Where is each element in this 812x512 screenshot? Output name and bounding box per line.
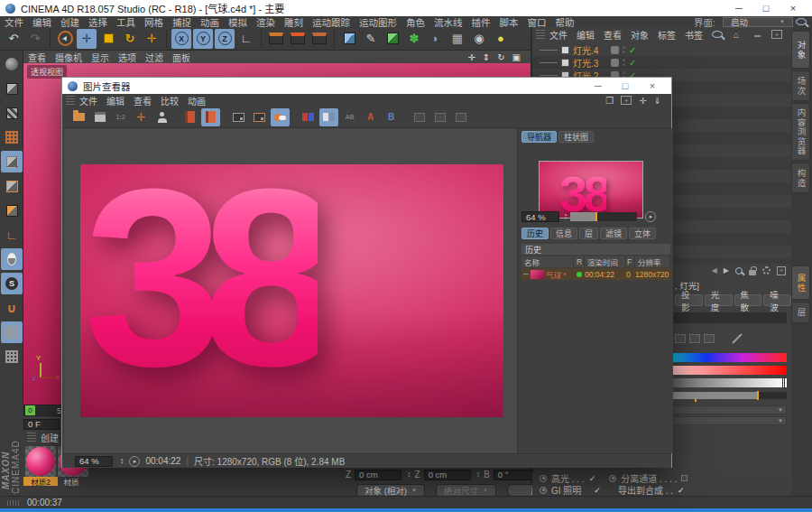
add-layer-icon[interactable]: +	[771, 30, 782, 39]
tab-layer[interactable]: 层	[579, 228, 598, 239]
add-primitive-button[interactable]	[339, 29, 359, 49]
set-image-a-button[interactable]: A	[361, 108, 380, 126]
model-mode-button[interactable]	[1, 78, 23, 99]
generators-button[interactable]	[383, 29, 402, 49]
visibility-dots-icon[interactable]	[623, 46, 625, 53]
layer-icon[interactable]	[611, 46, 619, 54]
coordinate-system-button[interactable]: ∟	[236, 29, 256, 49]
pv-menu-item[interactable]: 动画	[183, 94, 210, 107]
unchecked-box-icon[interactable]	[681, 475, 687, 481]
radio-icon[interactable]	[540, 487, 547, 494]
pv-menu-item[interactable]: 编辑	[102, 94, 129, 107]
history-back-icon[interactable]: ◀	[712, 266, 717, 275]
viewport-solo-button[interactable]	[1, 248, 23, 270]
select-tool-button[interactable]: ➤	[55, 29, 75, 49]
tab-filter[interactable]: 滤镜	[600, 228, 627, 239]
open-file-button[interactable]	[69, 108, 88, 126]
tab-layers[interactable]: 层	[791, 302, 810, 323]
viewport-menu-item[interactable]: 选项	[114, 51, 141, 64]
material-menu-item[interactable]: 创建	[36, 431, 63, 444]
radio-icon[interactable]	[609, 475, 616, 482]
pv-zoom-field[interactable]: 64 %	[75, 456, 113, 467]
color-sliders-icon[interactable]	[704, 334, 715, 343]
spline-pen-button[interactable]: ✎	[361, 29, 381, 49]
tab-history[interactable]: 历史	[521, 228, 549, 239]
render-picture-viewer-button[interactable]	[288, 29, 308, 49]
coord-stepper[interactable]: ▲▼	[476, 471, 480, 479]
texture-mode-button[interactable]	[1, 102, 23, 124]
camera-button[interactable]: ◉	[469, 29, 489, 49]
play-button[interactable]: ▸	[129, 456, 140, 467]
polygons-mode-button[interactable]	[1, 200, 23, 221]
rotate-tool-button[interactable]: ↻	[120, 29, 140, 49]
compare-overlay-button[interactable]	[271, 108, 290, 126]
rotate-view-icon[interactable]: ↻	[494, 52, 508, 62]
radio-icon[interactable]	[540, 475, 547, 482]
object-name[interactable]: 灯光.3	[573, 56, 607, 70]
object-row[interactable]: 灯光.3 ✓	[532, 56, 791, 69]
workplane-lock-button[interactable]	[1, 321, 23, 343]
enabled-check-icon[interactable]: ✓	[629, 45, 636, 55]
object-row[interactable]: 灯光.4 ✓	[532, 43, 791, 56]
tab-photometric[interactable]: 光度	[705, 294, 733, 306]
pv-minimize-button[interactable]: ─	[585, 80, 612, 91]
lock-z-axis-button[interactable]: Z	[215, 29, 235, 49]
render-settings-button[interactable]	[309, 29, 329, 49]
col-resolution[interactable]: 分辨率	[635, 256, 670, 267]
magnet-button[interactable]: ∪	[1, 297, 23, 319]
tab-stereo[interactable]: 立体	[629, 228, 656, 239]
single-image-button[interactable]	[180, 108, 199, 126]
panel-grip[interactable]	[66, 96, 75, 106]
original-ratio-button[interactable]: 1:2	[111, 108, 130, 126]
viewport-menu-item[interactable]: 过滤	[141, 51, 168, 64]
check-icon[interactable]: ✓	[589, 474, 596, 483]
zoom-slider-handle[interactable]	[595, 212, 597, 221]
scale-tool-button[interactable]	[98, 29, 118, 49]
tab-objects[interactable]: 对象	[791, 31, 810, 69]
coord-stepper[interactable]: ▲▼	[407, 471, 411, 479]
tab-structure[interactable]: 构造	[791, 163, 810, 193]
size-mode-dropdown[interactable]: 绝对尺寸 ▼	[436, 484, 496, 497]
tab-attributes[interactable]: 属性	[791, 265, 810, 300]
panel-grip[interactable]	[536, 30, 545, 40]
new-panel-icon[interactable]: +	[777, 266, 786, 275]
multi-image-button[interactable]	[201, 108, 220, 126]
frame-field[interactable]: 0 F	[23, 419, 60, 430]
close-button[interactable]: ×	[780, 3, 807, 14]
compare-off-button[interactable]	[229, 108, 248, 126]
lock-x-axis-button[interactable]: X	[171, 29, 191, 49]
brightness-handle[interactable]	[757, 391, 759, 400]
viewport-menu-item[interactable]: 面板	[168, 51, 195, 64]
pan-view-icon[interactable]: ✛	[464, 52, 478, 62]
sculpt-mode-button[interactable]	[1, 53, 23, 75]
move-tool-button[interactable]: ✛	[77, 29, 97, 49]
points-mode-button[interactable]	[1, 151, 23, 172]
lock-icon[interactable]	[749, 270, 756, 275]
om-menu-item[interactable]: 编辑	[572, 28, 599, 42]
material-thumbnail[interactable]	[25, 446, 56, 477]
tab-caustics[interactable]: 焦散	[734, 294, 762, 306]
home-icon[interactable]: ⌂	[729, 30, 743, 40]
ab-compare-button[interactable]	[299, 108, 318, 126]
mograph-button[interactable]: ✽	[404, 29, 424, 49]
tab-navigator[interactable]: 导航器	[521, 131, 557, 143]
pv-menu-item[interactable]: 查看	[129, 94, 156, 107]
filter-button[interactable]	[430, 108, 449, 126]
redo-button[interactable]: ↷	[25, 29, 45, 49]
check-icon[interactable]: ✓	[594, 486, 601, 495]
pan-image-button[interactable]: ✛	[132, 108, 151, 126]
om-search-icon[interactable]	[712, 31, 723, 38]
tab-shadow[interactable]: 投影	[675, 294, 703, 306]
maximize-button[interactable]: □	[752, 3, 780, 14]
zoom-slider[interactable]	[570, 212, 637, 221]
attr-search-icon[interactable]	[735, 267, 743, 275]
pv-titlebar[interactable]: 图片查看器 ─ □ ×	[62, 78, 671, 94]
status-grip[interactable]	[7, 500, 20, 506]
tab-histogram[interactable]: 柱状图	[558, 131, 594, 143]
lock-y-axis-button[interactable]: Y	[193, 29, 213, 49]
fit-view-button[interactable]: ▸	[645, 211, 656, 222]
toggle-view-icon[interactable]: ▣	[509, 52, 526, 62]
zoom-stepper[interactable]: ▲▼	[564, 213, 567, 220]
eyedropper-icon[interactable]	[732, 333, 742, 343]
grid-compare-button[interactable]	[319, 108, 338, 126]
